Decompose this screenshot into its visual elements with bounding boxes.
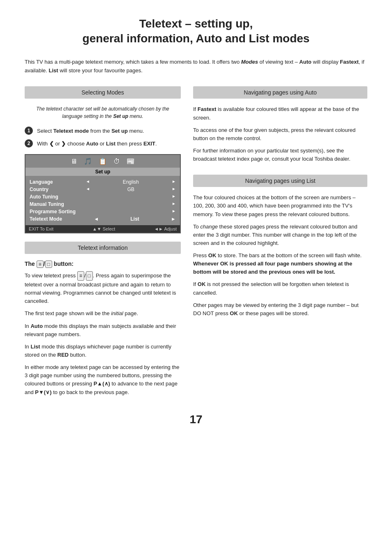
setup-row-manualtuning: Manual Tuning ►	[30, 201, 176, 208]
nav-auto-para3: For further information on your particul…	[193, 147, 367, 163]
nav-list-para2: To change these stored pages press the r…	[193, 223, 367, 247]
setup-title: Set up	[25, 168, 180, 176]
footer-exit: EXIT To Exit	[29, 226, 53, 231]
italic-note: The teletext character set will be autom…	[25, 105, 181, 120]
setup-row-sorting: Programme Sorting ►	[30, 208, 176, 215]
teletext-para5: In either mode any teletext page can be …	[25, 363, 181, 397]
step-2-row: 2 With ❮ or ❯ choose Auto or List then p…	[25, 139, 181, 148]
page-number: 17	[25, 413, 367, 426]
footer-select: ▲▼ Select	[92, 226, 115, 231]
teletext-para3: In Auto mode this displays the main subj…	[25, 322, 181, 339]
teletext-para1: To view teletext press ≡/□. Press again …	[25, 271, 181, 305]
setup-icons-row: 🖥 🎵 📋 ⏱ 📰	[25, 155, 180, 168]
step-1-number: 1	[25, 127, 33, 135]
teletext-btn2: □	[86, 271, 93, 281]
setup-row-teletext: Teletext Mode ◄ List ►	[30, 215, 176, 223]
nav-list-para5: Other pages may be viewed by entering th…	[193, 301, 367, 318]
icon-list: 📋	[99, 157, 107, 165]
intro-paragraph: This TV has a multi-page teletext memory…	[25, 58, 367, 75]
nav-auto-para2: To access one of the four given subjects…	[193, 126, 367, 143]
step-1-row: 1 Select Teletext mode from the Set up m…	[25, 127, 181, 135]
teletext-para4: In List mode this displays whichever pag…	[25, 343, 181, 359]
step-2-number: 2	[25, 139, 33, 148]
nav-list-para1: The four coloured choices at the bottom …	[193, 194, 367, 218]
setup-row-language: Language ◄ English ►	[30, 178, 176, 186]
teletext-icon-2: □	[45, 261, 52, 268]
nav-list-header: Navigating pages using List	[193, 175, 367, 187]
setup-row-country: Country ◄ GB ►	[30, 186, 176, 193]
footer-adjust: ◄► Adjust	[154, 226, 177, 231]
step-2-text: With ❮ or ❯ choose Auto or List then pre…	[37, 139, 157, 148]
nav-auto-para1: If Fastext is available four coloured ti…	[193, 105, 367, 122]
teletext-info-header: Teletext information	[25, 242, 181, 254]
icon-music: 🎵	[84, 157, 92, 165]
button-label: The ≡/□ button:	[25, 261, 181, 268]
setup-row-autotuning: Auto Tuning ►	[30, 193, 176, 201]
nav-auto-section: Navigating pages using Auto If Fastext i…	[193, 86, 367, 163]
nav-auto-header: Navigating pages using Auto	[193, 86, 367, 99]
teletext-info-section: Teletext information The ≡/□ button: To …	[25, 242, 181, 396]
nav-list-para4: If OK is not pressed the selection will …	[193, 280, 367, 297]
teletext-para2: The first text page shown will be the in…	[25, 309, 181, 318]
teletext-btn1: ≡	[77, 271, 84, 281]
selecting-modes-header: Selecting Modes	[25, 86, 181, 99]
setup-footer: EXIT To Exit ▲▼ Select ◄► Adjust	[25, 225, 180, 233]
icon-tv: 🖥	[71, 158, 77, 165]
teletext-icon-1: ≡	[37, 261, 44, 268]
step-1-text: Select Teletext mode from the Set up men…	[37, 127, 144, 135]
page-title: Teletext – setting up, general informati…	[25, 16, 367, 46]
icon-text: 📰	[127, 157, 135, 165]
setup-table: Language ◄ English ► Country ◄ GB ► Auto…	[25, 176, 180, 225]
nav-list-para3: Press OK to store. The bars at the botto…	[193, 251, 367, 276]
icon-timer: ⏱	[113, 158, 120, 165]
setup-box: 🖥 🎵 📋 ⏱ 📰 Set up Language ◄ English ► Co…	[25, 154, 181, 233]
nav-list-section: Navigating pages using List The four col…	[193, 175, 367, 318]
